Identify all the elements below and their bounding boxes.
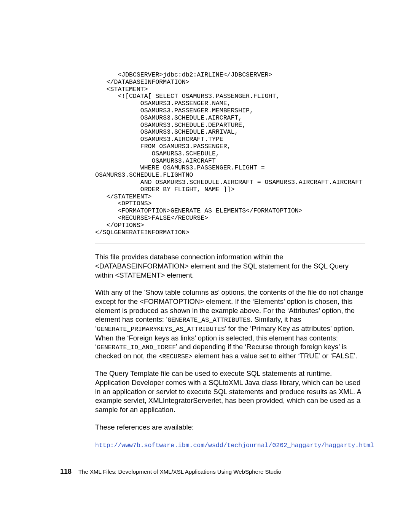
para2-mono-3: GENERATE_ID_AND_IDREF bbox=[97, 344, 176, 351]
para2-mono-1: GENERATE_AS_ATTRIBUTES bbox=[167, 316, 250, 324]
footer-title: The XML Files: Development of XML/XSL Ap… bbox=[78, 468, 281, 475]
page-footer: 118 The XML Files: Development of XML/XS… bbox=[60, 468, 281, 476]
horizontal-rule bbox=[95, 243, 365, 243]
page-number: 118 bbox=[60, 468, 72, 475]
body-text: This file provides database connection i… bbox=[95, 252, 365, 449]
paragraph-3: The Query Template file can be used to e… bbox=[95, 369, 365, 414]
reference-link[interactable]: http://www7b.software.ibm.com/wsdd/techj… bbox=[95, 441, 374, 450]
document-page: <JDBCSERVER>jdbc:db2:AIRLINE</JDBCSERVER… bbox=[0, 0, 411, 532]
para2-mono-4: <RECURSE> bbox=[159, 353, 193, 360]
para2-text-5: element has a value set to either ‘TRUE’… bbox=[193, 352, 357, 360]
para2-mono-2: GENERATE_PRIMARYKEYS_AS_ATTRIBUTES bbox=[97, 326, 225, 333]
code-block: <JDBCSERVER>jdbc:db2:AIRLINE</JDBCSERVER… bbox=[95, 72, 365, 236]
paragraph-1: This file provides database connection i… bbox=[95, 252, 365, 280]
paragraph-2: With any of the ‘Show table columns as’ … bbox=[95, 288, 365, 361]
paragraph-4: These references are available: bbox=[95, 423, 365, 432]
